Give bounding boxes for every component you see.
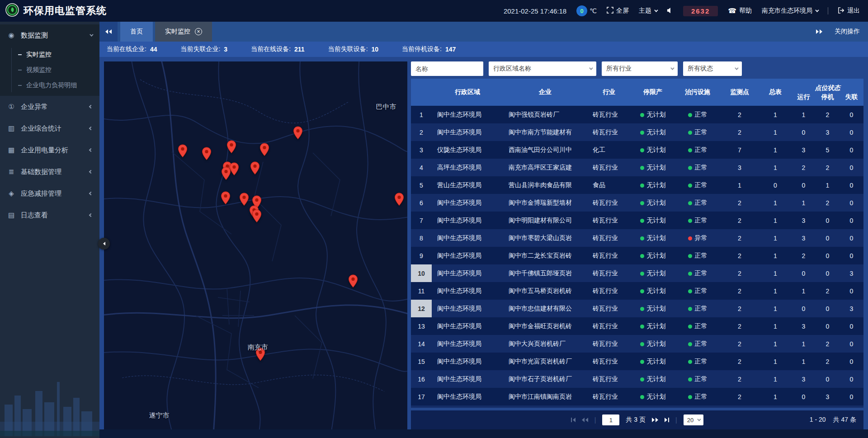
cell-lost: 0 (840, 217, 863, 224)
alert-count-badge[interactable]: 2632 (683, 6, 718, 16)
prev-page-button[interactable] (582, 418, 588, 422)
cell-total-meter: 1 (759, 252, 792, 259)
map-pin[interactable] (394, 193, 404, 208)
sidebar-group-log-view[interactable]: ▤日志查看 (0, 204, 99, 226)
region-filter-select[interactable]: 行政区域名称 (489, 61, 596, 76)
table-row-2[interactable]: 2阆中生态环境局阆中市南方节能建材有砖瓦行业无计划正常21030 (411, 123, 863, 141)
cell-index: 9 (411, 247, 432, 264)
header-stop: 停机 (816, 93, 840, 106)
sidebar-group-label: 应急减排管理 (21, 189, 84, 198)
stat-item: 当前停机设备:147 (402, 45, 456, 53)
status-dot-green (688, 325, 692, 329)
tab-label: 实时监控 (165, 28, 190, 36)
table-row-7[interactable]: 7阆中生态环境局阆中明阳建材有限公司砖瓦行业无计划正常21300 (411, 212, 863, 229)
table-row-17[interactable]: 17阆中生态环境局阆中市江南镇阆南页岩砖瓦行业无计划正常21030 (411, 388, 863, 405)
cell-limit-status: 无计划 (631, 322, 675, 330)
help-button[interactable]: 帮助 (728, 7, 752, 15)
table-row-1[interactable]: 1阆中生态环境局阆中强锐页岩砖厂砖瓦行业无计划正常21120 (411, 106, 863, 123)
sidebar-item-realtime-monitor[interactable]: 实时监控 (0, 47, 99, 62)
table-header: 行政区域 企业 行业 停限产 治污设施 监测点 总表 点位状态 运行 停机 失联 (411, 79, 863, 106)
tab-bar: 首页实时监控 关闭操作 (99, 22, 868, 42)
cell-monitor-points: 2 (720, 358, 759, 365)
status-dot-green (640, 166, 644, 170)
table-row-3[interactable]: 3仪陇生态环境局西南油气田分公司川中化工无计划正常71350 (411, 141, 863, 159)
map-pin[interactable] (293, 126, 303, 141)
stat-item: 当前失联设备:10 (328, 45, 378, 53)
map-pin[interactable] (221, 191, 231, 207)
cell-stop: 2 (816, 340, 840, 348)
sidebar-item-power-load-detail[interactable]: 企业电力负荷明细 (0, 78, 99, 93)
org-dropdown[interactable]: 南充市生态环境局 (762, 7, 818, 15)
table-row-15[interactable]: 15阆中生态环境局阆中市光富页岩机砖厂砖瓦行业无计划正常21120 (411, 353, 863, 370)
cell-limit-status: 无计划 (631, 252, 675, 260)
theme-dropdown[interactable]: 主题 (639, 7, 657, 15)
map[interactable]: 巴中市南充市遂宁市 (104, 61, 407, 429)
cell-facility-status: 正常 (675, 322, 720, 330)
table-row-14[interactable]: 14阆中生态环境局阆中大兴页岩机砖厂砖瓦行业无计划正常21120 (411, 335, 863, 353)
pagination-controls: | 共 3 页 | 20 (571, 414, 703, 425)
sidebar-group-enterprise-abnormal[interactable]: ①企业异常 (0, 96, 99, 118)
status-filter-select[interactable]: 所有状态 (683, 61, 742, 76)
map-pin[interactable] (239, 193, 249, 208)
next-page-button[interactable] (652, 418, 658, 422)
app-title: 环保用电监管系统 (24, 4, 107, 18)
tabs-scroll-left-button[interactable] (99, 22, 118, 42)
topbar-actions: 2021-02-25 17:46:18 0 ℃ 全屏 主题 (504, 5, 860, 16)
cell-facility-status: 正常 (675, 128, 720, 137)
table-row-11[interactable]: 11阆中生态环境局阆中市五马桥页岩机砖砖瓦行业无计划正常21120 (411, 282, 863, 300)
map-pin[interactable] (348, 274, 358, 290)
table-row-4[interactable]: 4高坪生态环境局南充市高坪区王家店建砖瓦行业无计划正常31220 (411, 159, 863, 176)
page-size-select[interactable]: 20 (684, 414, 703, 425)
table-row-8[interactable]: 8阆中生态环境局阆中市枣碧大梁山页岩砖瓦行业无计划异常21300 (411, 229, 863, 247)
sidebar-group-emergency-management[interactable]: ◈应急减排管理 (0, 183, 99, 204)
temperature-value: 0 (576, 5, 587, 16)
header-monitor: 监测点 (720, 79, 759, 106)
table-row-5[interactable]: 5营山生态环境局营山县润丰肉食品有限食品无计划正常10010 (411, 176, 863, 194)
map-collapse-button[interactable] (98, 238, 110, 250)
map-pin[interactable] (250, 161, 260, 177)
tab-realtime-monitor[interactable]: 实时监控 (155, 22, 212, 42)
first-page-button[interactable] (571, 418, 576, 422)
last-page-icon (665, 418, 667, 422)
sidebar-group-data-monitor[interactable]: ◉数据监测 (0, 24, 99, 46)
table-row-13[interactable]: 13阆中生态环境局阆中市金福旺页岩机砖砖瓦行业无计划正常21300 (411, 317, 863, 335)
speaker-button[interactable] (667, 7, 673, 15)
cell-region: 高坪生态环境局 (432, 164, 503, 172)
cell-run: 0 (792, 182, 816, 189)
tabs-scroll-right-button[interactable] (810, 29, 828, 34)
header-company: 企业 (503, 79, 587, 106)
map-pin[interactable] (226, 140, 236, 155)
close-operations-button[interactable]: 关闭操作 (835, 28, 860, 36)
sidebar-group-power-analysis[interactable]: ▦企业用电量分析 (0, 139, 99, 161)
map-pin[interactable] (221, 167, 231, 182)
table-row-9[interactable]: 9阆中生态环境局阆中市二龙长宝页岩砖砖瓦行业无计划正常21200 (411, 247, 863, 264)
sidebar-group-enterprise-statistics[interactable]: ▥企业综合统计 (0, 118, 99, 139)
close-icon[interactable] (195, 28, 202, 35)
page-input[interactable] (602, 414, 619, 425)
status-dot-red (688, 236, 692, 240)
cell-region: 仪陇生态环境局 (432, 146, 503, 154)
table-row-10[interactable]: 10阆中生态环境局阆中千佛镇五郎垭页岩砖瓦行业无计划正常21003 (411, 264, 863, 282)
map-pin[interactable] (178, 144, 188, 160)
map-pin[interactable] (259, 143, 269, 158)
table-row-12[interactable]: 12阆中生态环境局阆中市忠信建材有限公砖瓦行业无计划正常21003 (411, 300, 863, 317)
industry-filter-select[interactable]: 所有行业 (602, 61, 678, 76)
sidebar-item-video-monitor[interactable]: 视频监控 (0, 62, 99, 78)
cell-index: 7 (411, 212, 432, 229)
cell-limit-status: 无计划 (631, 199, 675, 207)
cell-stop: 3 (816, 129, 840, 136)
cell-region: 阆中生态环境局 (432, 287, 503, 295)
last-page-button[interactable] (665, 418, 669, 422)
name-filter-input[interactable] (411, 61, 483, 76)
sidebar-group-base-data[interactable]: ≣基础数据管理 (0, 161, 99, 183)
map-pin[interactable] (202, 147, 212, 162)
table-row-18[interactable]: 18南部生态环境局南部县升钟页岩砖有限砖瓦行业无计划正常21120 (411, 405, 863, 408)
fullscreen-button[interactable]: 全屏 (607, 7, 629, 15)
cell-industry: 砖瓦行业 (587, 305, 631, 313)
logout-button[interactable]: 退出 (838, 7, 860, 15)
table-row-16[interactable]: 16阆中生态环境局阆中市石子页岩机砖厂砖瓦行业无计划正常21300 (411, 370, 863, 388)
tab-home[interactable]: 首页 (120, 22, 153, 42)
cell-region: 阆中生态环境局 (432, 269, 503, 278)
table-row-6[interactable]: 6阆中生态环境局阆中市金博瑞新型墙材砖瓦行业无计划正常21120 (411, 194, 863, 212)
map-pin[interactable] (252, 209, 262, 225)
